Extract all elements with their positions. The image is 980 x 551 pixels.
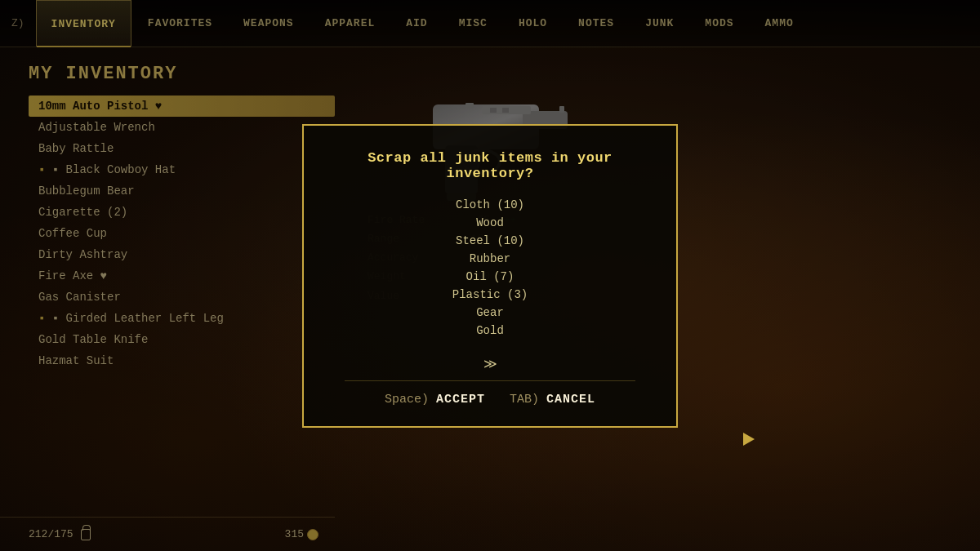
modal-list-item: Plastic (3) <box>345 286 635 304</box>
modal-list-item: Gear <box>345 304 635 322</box>
modal-title: Scrap all junk items in your inventory? <box>345 150 635 181</box>
modal-list-item: Wood <box>345 214 635 232</box>
modal-list-item: Gold <box>345 322 635 340</box>
modal-action-accept[interactable]: Space) ACCEPT <box>385 393 485 407</box>
modal-list-item: Steel (10) <box>345 232 635 250</box>
modal-items-list: Cloth (10)WoodSteel (10)RubberOil (7)Pla… <box>345 196 635 340</box>
scrap-confirm-dialog: Scrap all junk items in your inventory? … <box>302 124 678 428</box>
modal-list-item: Oil (7) <box>345 268 635 286</box>
action-label: CANCEL <box>546 393 595 407</box>
action-key: TAB) <box>510 393 546 407</box>
modal-actions: Space) ACCEPTTAB) CANCEL <box>345 380 635 407</box>
modal-list-item: Rubber <box>345 250 635 268</box>
modal-overlay: Scrap all junk items in your inventory? … <box>0 0 980 551</box>
modal-list-item: Cloth (10) <box>345 196 635 214</box>
cursor <box>743 433 755 446</box>
modal-action-cancel[interactable]: TAB) CANCEL <box>510 393 595 407</box>
modal-more-indicator: ≫ <box>345 356 635 372</box>
action-label: ACCEPT <box>436 393 485 407</box>
action-key: Space) <box>385 393 436 407</box>
